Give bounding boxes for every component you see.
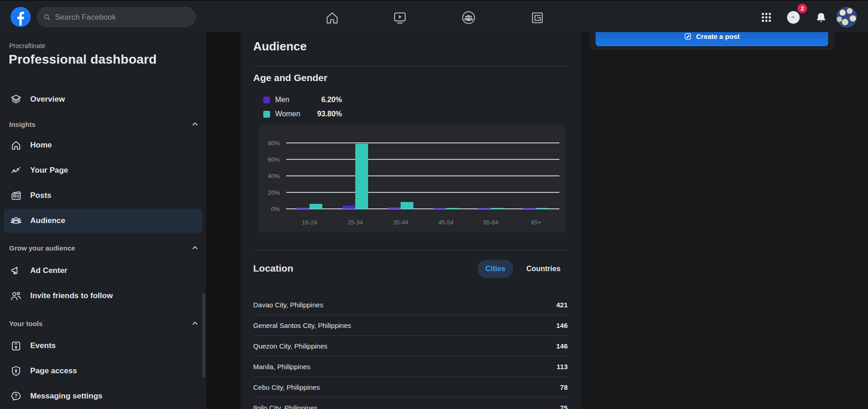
sidebar-item-label: Home	[30, 141, 52, 150]
gridline-20	[286, 192, 559, 193]
location-city: General Santos City, Philippines	[253, 322, 351, 329]
location-row: Iloilo City, Philippines 75	[253, 398, 568, 409]
section-label: Insights	[9, 120, 36, 128]
sidebar-item-ad-center[interactable]: Ad Center	[4, 259, 202, 283]
sidebar-item-events[interactable]: Events	[4, 334, 202, 358]
section-label: Your tools	[9, 320, 43, 327]
sidebar-item-home[interactable]: Home	[4, 133, 202, 157]
chart-legend: Men 6.20% Women 93.80%	[263, 94, 342, 123]
location-row: General Santos City, Philippines 146	[253, 315, 568, 336]
nav-watch-icon[interactable]	[383, 9, 416, 26]
location-city: Quezon City, Philippines	[253, 342, 327, 350]
page-name: Procraftinate	[9, 42, 45, 49]
bar-women	[536, 208, 549, 209]
sidebar-item-overview[interactable]: Overview	[4, 87, 202, 111]
legend-percent: 93.80%	[307, 110, 342, 118]
profile-avatar[interactable]	[836, 7, 857, 27]
nav-gaming-icon[interactable]	[521, 9, 553, 26]
y-axis-labels: 80% 60% 40% 20% 0%	[259, 125, 282, 209]
compose-icon	[684, 33, 692, 40]
search-bar[interactable]	[37, 7, 196, 27]
section-header-grow-your-audience[interactable]: Grow your audience	[9, 239, 199, 257]
tab-cities[interactable]: Cities	[477, 260, 513, 278]
sidebar-item-label: Posts	[30, 191, 51, 200]
y-tick: 40%	[259, 173, 280, 180]
search-input[interactable]	[55, 13, 174, 22]
bar-women	[355, 144, 368, 209]
content-gutter	[206, 32, 240, 409]
bar-group-65plus	[514, 208, 559, 209]
bar-men	[388, 207, 401, 209]
bar-men	[342, 206, 355, 209]
bar-men	[478, 208, 491, 209]
section-header-insights[interactable]: Insights	[9, 115, 199, 133]
facebook-logo[interactable]	[10, 6, 31, 27]
top-navigation-bar: 2	[0, 0, 868, 32]
bar-group-18-24	[287, 204, 332, 209]
location-city: Iloilo City, Philippines	[253, 404, 318, 409]
trend-line-icon	[10, 164, 22, 176]
plot-area	[286, 125, 559, 209]
dashboard-sidebar: Procraftinate Professional dashboard Ove…	[0, 32, 206, 409]
location-value: 421	[556, 301, 568, 309]
sidebar-item-label: Audience	[30, 216, 65, 225]
bar-women	[309, 204, 322, 209]
legend-label: Men	[275, 96, 307, 104]
legend-percent: 6.20%	[307, 96, 342, 104]
bar-group-35-44	[378, 202, 423, 209]
x-tick: 45-54	[423, 219, 468, 226]
location-city: Manila, Philippines	[253, 363, 310, 371]
sidebar-item-label: Events	[30, 341, 56, 350]
sidebar-item-page-access[interactable]: Page access	[4, 359, 202, 383]
sidebar-item-audience[interactable]: Audience	[4, 209, 202, 233]
sidebar-item-your-page[interactable]: Your Page	[4, 158, 202, 182]
create-post-label: Create a post	[696, 33, 739, 40]
search-icon	[43, 13, 51, 21]
location-city: Davao City, Philippines	[253, 301, 323, 309]
megaphone-icon	[10, 265, 22, 277]
bar-men	[297, 207, 309, 209]
y-tick: 0%	[259, 206, 280, 213]
apps-menu-icon[interactable]	[757, 8, 776, 27]
layers-icon	[10, 93, 22, 105]
nav-home-icon[interactable]	[315, 9, 348, 26]
sidebar-item-invite-friends[interactable]: Invite friends to follow	[4, 284, 202, 308]
women-color-swatch	[263, 111, 270, 118]
bar-group-55-64	[468, 208, 513, 209]
shield-lock-icon	[10, 365, 22, 377]
posts-icon	[10, 190, 22, 202]
age-gender-heading: Age and Gender	[253, 72, 327, 83]
legend-row-women: Women 93.80%	[263, 109, 342, 120]
age-gender-bar-chart: 80% 60% 40% 20% 0% 18-24 25-34 35-44 45-…	[259, 125, 565, 233]
sidebar-item-messaging-settings[interactable]: ? Messaging settings	[4, 384, 202, 408]
tab-countries[interactable]: Countries	[522, 260, 564, 278]
x-tick: 65+	[514, 219, 559, 226]
sidebar-item-label: Invite friends to follow	[30, 291, 113, 300]
sidebar-scrollbar-thumb[interactable]	[202, 293, 205, 378]
location-row: Davao City, Philippines 421	[253, 294, 568, 315]
sidebar-item-label: Ad Center	[30, 266, 67, 275]
men-color-swatch	[263, 97, 270, 104]
notifications-bell-icon[interactable]	[812, 8, 830, 27]
sidebar-title: Professional dashboard	[9, 52, 157, 67]
sidebar-item-label: Overview	[30, 95, 65, 104]
x-tick: 18-24	[287, 219, 332, 226]
gridline-80	[286, 142, 559, 143]
chevron-up-icon	[191, 320, 199, 327]
bar-women	[446, 208, 459, 209]
invite-friends-icon	[10, 290, 22, 302]
bar-women	[491, 208, 504, 209]
bar-women	[401, 202, 413, 209]
location-value: 146	[556, 322, 568, 329]
sidebar-item-posts[interactable]: Posts	[4, 184, 202, 207]
nav-groups-icon[interactable]	[452, 9, 485, 26]
x-tick: 55-64	[468, 219, 513, 226]
gridline-40	[286, 175, 559, 176]
svg-text:?: ?	[15, 393, 17, 398]
location-city: Cebu City, Philippines	[253, 383, 320, 391]
section-header-your-tools[interactable]: Your tools	[9, 314, 199, 333]
sidebar-item-label: Page access	[30, 366, 77, 376]
bar-group-25-34	[333, 144, 378, 209]
location-row: Cebu City, Philippines 78	[253, 377, 568, 398]
location-value: 146	[556, 342, 568, 350]
